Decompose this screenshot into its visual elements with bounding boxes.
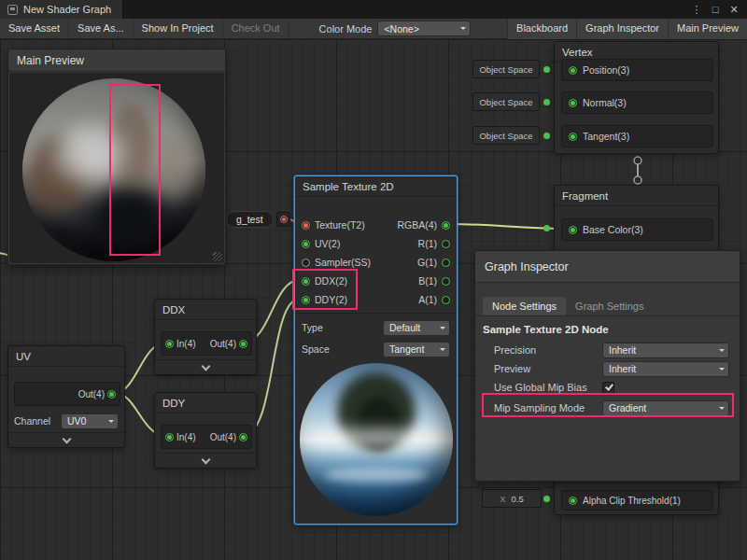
rgba-output-label: RGBA(4): [397, 219, 437, 231]
main-preview-viewport[interactable]: [9, 73, 224, 263]
ddy-in-port[interactable]: [165, 433, 174, 441]
a-output-port[interactable]: [442, 296, 450, 304]
save-asset-button[interactable]: Save Asset: [0, 19, 69, 39]
blackboard-toggle-button[interactable]: Blackboard: [507, 19, 576, 39]
normal-space-dropdown[interactable]: Object Space: [472, 92, 540, 111]
normal-block[interactable]: Normal(3): [561, 91, 713, 114]
ddy-out-port[interactable]: [239, 433, 247, 441]
sampler-input-port[interactable]: [302, 259, 310, 267]
graph-inspector-toggle-button[interactable]: Graph Inspector: [576, 19, 668, 39]
main-preview-toggle-button[interactable]: Main Preview: [668, 19, 747, 39]
channel-dropdown[interactable]: UV0: [61, 413, 119, 429]
graph-inspector-title: Graph Inspector: [485, 260, 569, 273]
alpha-clip-block[interactable]: Alpha Clip Threshold(1): [561, 490, 713, 511]
precision-label: Precision: [494, 344, 602, 356]
unity-shader-graph-window: New Shader Graph ⋮ □ ✕ Save Asset Save A…: [0, 0, 747, 560]
check-out-button[interactable]: Check Out: [223, 19, 289, 39]
uv-collapse-footer[interactable]: [8, 432, 124, 447]
save-as-button[interactable]: Save As...: [69, 19, 134, 39]
preview-label: Preview: [494, 363, 602, 374]
color-mode-value: <None>: [384, 23, 418, 35]
precision-row: Precision Inherit: [475, 341, 740, 359]
alpha-clip-input-port[interactable]: [569, 497, 577, 505]
normal-input-port[interactable]: [569, 99, 577, 107]
gtest-property-node[interactable]: g_test: [226, 211, 274, 228]
mip-sampling-mode-dropdown[interactable]: Gradient: [602, 400, 729, 416]
ddx-out-port[interactable]: [239, 340, 247, 348]
tangent-block[interactable]: Tangent(3): [561, 125, 713, 147]
type-option-row: Type Default: [295, 318, 457, 337]
main-preview-panel[interactable]: Main Preview: [7, 49, 226, 265]
uv-out-port[interactable]: [107, 390, 116, 399]
tab-node-settings[interactable]: Node Settings: [483, 297, 566, 315]
type-dropdown[interactable]: Default: [383, 320, 450, 336]
r-output-port[interactable]: [442, 240, 450, 248]
port-row: DDX(2) B(1): [295, 272, 457, 290]
position-input-port[interactable]: [569, 66, 577, 75]
main-preview-sphere[interactable]: [22, 78, 205, 261]
g-output-port[interactable]: [442, 259, 450, 267]
dropdown-arrow-icon: [719, 407, 725, 413]
position-space-dropdown[interactable]: Object Space: [472, 60, 540, 78]
tab-graph-settings[interactable]: Graph Settings: [566, 297, 653, 315]
main-preview-title: Main Preview: [17, 54, 84, 67]
ddy-io-row: In(4) Out(4): [161, 425, 252, 449]
uv-node[interactable]: UV Out(4) Channel UV0: [7, 345, 125, 448]
resize-grip[interactable]: [213, 252, 222, 261]
gtest-output-port[interactable]: [280, 216, 288, 223]
position-block[interactable]: Position(3): [561, 59, 713, 81]
ddx-input-port[interactable]: [302, 277, 310, 286]
color-mode-dropdown[interactable]: <None>: [377, 21, 471, 36]
precision-dropdown[interactable]: Inherit: [602, 343, 729, 358]
normal-space-value: Object Space: [479, 97, 532, 107]
graph-inspector-panel[interactable]: Graph Inspector Node Settings Graph Sett…: [474, 250, 740, 482]
maximize-icon[interactable]: □: [708, 1, 723, 18]
rgba-output-port[interactable]: [442, 221, 450, 230]
ddx-collapse-footer[interactable]: [155, 359, 256, 374]
preview-dropdown[interactable]: Inherit: [602, 361, 729, 377]
document-tab[interactable]: New Shader Graph: [0, 0, 123, 19]
collapse-chevron-icon: [201, 455, 210, 464]
ddx-input-label: DDX(2): [315, 275, 347, 287]
close-icon[interactable]: ✕: [726, 1, 741, 18]
connector-knob-bottom[interactable]: [634, 176, 641, 184]
collapse-chevron-icon: [62, 434, 71, 443]
space-dropdown[interactable]: Tangent: [383, 342, 450, 357]
base-color-input-port[interactable]: [569, 226, 577, 234]
port-row: DDY(2) A(1): [295, 290, 457, 309]
ddy-collapse-footer[interactable]: [155, 453, 256, 468]
ddx-in-label: In(4): [176, 339, 196, 349]
uv-input-port[interactable]: [302, 240, 310, 248]
pool-glint-blob: [324, 468, 429, 483]
node-preview-sphere[interactable]: [300, 363, 453, 516]
alpha-clip-float-field[interactable]: X 0.5: [482, 489, 542, 508]
space-value: Tangent: [389, 343, 424, 355]
kebab-menu-icon[interactable]: ⋮: [689, 1, 704, 18]
sample-texture-2d-node[interactable]: Sample Texture 2D Texture(T2) RGBA(4) UV…: [294, 175, 458, 525]
dropdown-arrow-icon: [719, 368, 725, 373]
connector-knob-top[interactable]: [634, 157, 641, 164]
ddx-in-port[interactable]: [165, 340, 174, 348]
graph-inspector-header[interactable]: Graph Inspector: [475, 251, 740, 283]
port-row: Sampler(SS) G(1): [295, 253, 457, 272]
vertex-context-node[interactable]: Vertex Position(3) Normal(3) Tangent(3): [554, 41, 719, 154]
tangent-space-dropdown[interactable]: Object Space: [472, 126, 540, 145]
ddy-out-label: Out(4): [210, 432, 236, 442]
wire-endpoint-dot: [543, 133, 550, 139]
texture-input-port[interactable]: [302, 221, 310, 230]
tangent-input-port[interactable]: [569, 133, 577, 141]
show-in-project-button[interactable]: Show In Project: [134, 19, 223, 39]
sample-port-rows: Texture(T2) RGBA(4) UV(2) R(1) Sampler(S…: [295, 216, 457, 309]
base-color-block[interactable]: Base Color(3): [561, 218, 713, 241]
ddy-node[interactable]: DDY In(4) Out(4): [154, 392, 257, 469]
reflection-midtone-blob: [151, 133, 194, 194]
base-color-block-label: Base Color(3): [583, 224, 643, 235]
b-output-port[interactable]: [442, 277, 450, 286]
ddx-node[interactable]: DDX In(4) Out(4): [154, 299, 257, 375]
mip-mode-row: Mip Sampling Mode Gradient: [475, 399, 740, 417]
use-global-mip-bias-checkbox[interactable]: [602, 382, 614, 394]
fragment-node-title: Fragment: [555, 186, 718, 206]
main-preview-header[interactable]: Main Preview: [8, 49, 225, 72]
divider: [295, 313, 457, 314]
ddy-input-port[interactable]: [302, 296, 310, 304]
